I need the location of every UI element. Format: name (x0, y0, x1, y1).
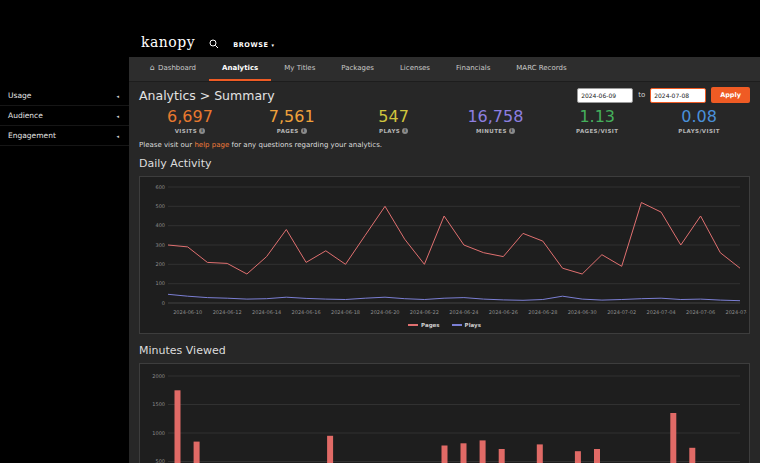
svg-text:2024-06-24: 2024-06-24 (449, 309, 478, 315)
chart-legend: Pages Plays (142, 319, 747, 331)
note-text: Please visit our (139, 141, 194, 149)
info-icon[interactable]: i (301, 128, 307, 134)
legend-item-pages[interactable]: Pages (408, 322, 440, 328)
stat-label: PLAYS/VISIT (664, 128, 734, 134)
main-nav: ⌂ Dashboard Analytics My Titles Packages… (129, 57, 760, 82)
help-page-link[interactable]: help page (194, 141, 229, 149)
svg-text:500: 500 (155, 203, 165, 209)
home-icon: ⌂ (150, 64, 155, 72)
svg-text:400: 400 (155, 222, 165, 228)
tab-label: Financials (456, 64, 490, 72)
stat-value: 1.13 (562, 108, 632, 126)
tab-licenses[interactable]: Licenses (387, 57, 443, 81)
svg-text:2024-06-18: 2024-06-18 (331, 309, 360, 315)
svg-text:2024-06-28: 2024-06-28 (528, 309, 557, 315)
stat-plays-per-visit: 0.08 PLAYS/VISIT (664, 108, 734, 134)
plays-line-swatch (452, 324, 462, 326)
tab-label: Licenses (400, 64, 430, 72)
minutes-viewed-bar-chart: 05001000150020002024-06-102024-06-122024… (142, 366, 747, 463)
chevron-left-icon: ◂ (116, 113, 119, 119)
tab-packages[interactable]: Packages (328, 57, 387, 81)
stat-label-text: VISITS (175, 128, 197, 134)
sidebar-item-engagement[interactable]: Engagement ◂ (0, 126, 129, 146)
svg-text:100: 100 (155, 280, 165, 286)
svg-text:2024-06-14: 2024-06-14 (252, 309, 281, 315)
svg-text:300: 300 (155, 242, 165, 248)
svg-text:2024-06-26: 2024-06-26 (489, 309, 518, 315)
start-date-input[interactable] (577, 88, 633, 103)
date-range-controls: to Apply (577, 87, 750, 103)
svg-text:2024-06-10: 2024-06-10 (173, 309, 202, 315)
svg-text:2024-07-08: 2024-07-08 (725, 309, 747, 315)
svg-text:2024-06-30: 2024-06-30 (568, 309, 597, 315)
tab-my-titles[interactable]: My Titles (271, 57, 328, 81)
tab-analytics[interactable]: Analytics (209, 57, 271, 81)
stat-minutes: 16,758 MINUTES i (460, 108, 530, 134)
tab-label: My Titles (284, 64, 315, 72)
stat-label-text: PAGES (277, 128, 299, 134)
stat-label-text: PLAYS/VISIT (678, 128, 720, 134)
stat-pages-per-visit: 1.13 PAGES/VISIT (562, 108, 632, 134)
svg-text:500: 500 (155, 458, 165, 463)
stat-label: PLAYS i (359, 128, 429, 134)
daily-activity-line-chart: 01002003004005006002024-06-102024-06-122… (142, 179, 747, 319)
chevron-down-icon: ▾ (272, 42, 275, 48)
sidebar-item-label: Audience (8, 111, 43, 120)
svg-text:1500: 1500 (152, 401, 165, 407)
sidebar: Usage ◂ Audience ◂ Engagement ◂ (0, 0, 129, 463)
title-row: Analytics > Summary to Apply (139, 87, 750, 103)
stat-value: 0.08 (664, 108, 734, 126)
info-icon[interactable]: i (199, 128, 205, 134)
sidebar-item-usage[interactable]: Usage ◂ (0, 86, 129, 106)
svg-text:1000: 1000 (152, 430, 165, 436)
stat-value: 6,697 (155, 108, 225, 126)
search-icon[interactable] (209, 39, 219, 49)
tab-label: Packages (341, 64, 374, 72)
main-column: kanopy BROWSE ▾ ⌂ Dashboard Analytics (129, 0, 760, 463)
stat-label-text: MINUTES (476, 128, 507, 134)
stats-row: 6,697 VISITS i 7,561 PAGES i 547 (139, 108, 750, 134)
app-window: Usage ◂ Audience ◂ Engagement ◂ kanopy B… (0, 0, 760, 463)
minutes-viewed-chart-panel: 05001000150020002024-06-102024-06-122024… (139, 363, 750, 463)
tab-marc-records[interactable]: MARC Records (503, 57, 579, 81)
svg-text:2024-06-12: 2024-06-12 (213, 309, 242, 315)
legend-item-plays[interactable]: Plays (452, 322, 481, 328)
daily-activity-heading: Daily Activity (139, 157, 750, 170)
tab-label: Analytics (222, 64, 258, 72)
tab-financials[interactable]: Financials (443, 57, 503, 81)
svg-text:200: 200 (155, 261, 165, 267)
sidebar-item-label: Engagement (8, 131, 56, 140)
content-area: Analytics > Summary to Apply 6,697 VISIT… (129, 82, 760, 463)
stat-pages: 7,561 PAGES i (257, 108, 327, 134)
browse-menu[interactable]: BROWSE ▾ (233, 41, 275, 49)
to-label: to (638, 91, 645, 99)
analytics-help-note: Please visit our help page for any quest… (139, 141, 750, 149)
apply-button[interactable]: Apply (711, 87, 750, 103)
info-icon[interactable]: i (402, 128, 408, 134)
browse-label: BROWSE (233, 41, 268, 49)
end-date-input[interactable] (650, 88, 706, 103)
minutes-viewed-heading: Minutes Viewed (139, 344, 750, 357)
svg-text:2024-06-22: 2024-06-22 (410, 309, 439, 315)
stat-label: VISITS i (155, 128, 225, 134)
sidebar-item-label: Usage (8, 91, 31, 100)
stat-value: 7,561 (257, 108, 327, 126)
svg-text:2024-06-16: 2024-06-16 (292, 309, 321, 315)
kanopy-logo[interactable]: kanopy (141, 35, 195, 49)
note-text: for any questions regarding your analyti… (229, 141, 382, 149)
tab-dashboard[interactable]: ⌂ Dashboard (137, 57, 209, 81)
top-header: kanopy BROWSE ▾ (129, 0, 760, 57)
legend-label: Plays (465, 322, 481, 328)
legend-label: Pages (421, 322, 440, 328)
svg-text:2024-07-06: 2024-07-06 (686, 309, 715, 315)
daily-activity-chart-panel: 01002003004005006002024-06-102024-06-122… (139, 176, 750, 334)
svg-text:2024-07-02: 2024-07-02 (607, 309, 636, 315)
svg-text:2024-07-04: 2024-07-04 (647, 309, 676, 315)
page-title: Analytics > Summary (139, 88, 275, 103)
chevron-left-icon: ◂ (116, 93, 119, 99)
svg-text:0: 0 (162, 300, 165, 306)
stat-label: PAGES/VISIT (562, 128, 632, 134)
stat-plays: 547 PLAYS i (359, 108, 429, 134)
sidebar-item-audience[interactable]: Audience ◂ (0, 106, 129, 126)
info-icon[interactable]: i (509, 128, 515, 134)
